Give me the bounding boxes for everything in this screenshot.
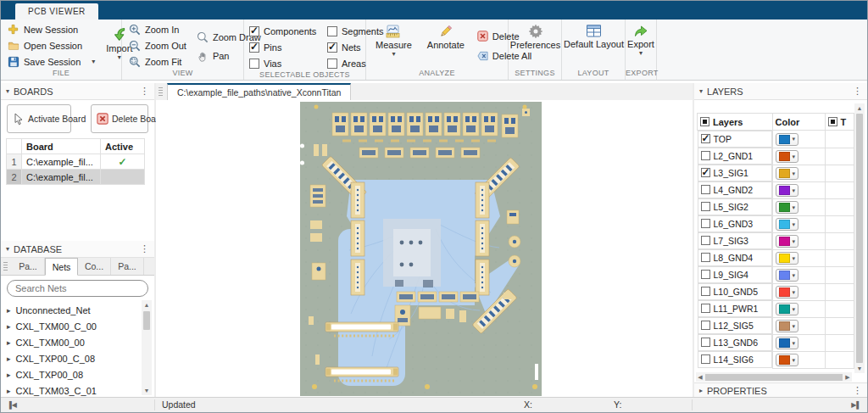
layers-select-all-checkbox[interactable] bbox=[700, 117, 709, 126]
checkbox-components[interactable]: Components bbox=[249, 24, 327, 38]
database-tab-1[interactable]: Nets bbox=[45, 258, 78, 276]
default-layout-button[interactable]: Default Layout bbox=[564, 22, 624, 69]
preferences-button[interactable]: Preferences bbox=[510, 22, 560, 69]
net-list-item[interactable]: ▸Unconnected_Net bbox=[7, 302, 154, 318]
expand-arrow-icon[interactable]: ▸ bbox=[7, 306, 11, 315]
layer-row[interactable]: L14_SIG6▾ bbox=[698, 351, 854, 368]
kebab-menu-icon[interactable]: ⋮ bbox=[853, 385, 862, 396]
layer-visibility-checkbox[interactable] bbox=[701, 338, 710, 347]
layer-row[interactable]: L2_GND1▾ bbox=[698, 148, 854, 165]
layer-row[interactable]: TOP▾ bbox=[698, 131, 854, 148]
layer-visibility-checkbox[interactable] bbox=[701, 321, 710, 330]
database-panel-header[interactable]: ▾ DATABASE ⋮ bbox=[1, 241, 154, 258]
layer-visibility-checkbox[interactable] bbox=[701, 134, 710, 143]
layer-row[interactable]: L4_GND2▾ bbox=[698, 181, 854, 198]
collapse-left-icon[interactable]: ▐◀ bbox=[7, 401, 17, 409]
database-tab-3[interactable]: Pa... bbox=[111, 258, 144, 275]
open-session-button[interactable]: Open Session bbox=[6, 38, 97, 53]
layer-row[interactable]: L13_GND6▾ bbox=[698, 334, 854, 351]
net-list-item[interactable]: ▸CXL_TXM03_C_01 bbox=[7, 382, 154, 398]
layer-color-dropdown[interactable]: ▾ bbox=[776, 320, 799, 332]
layer-color-dropdown[interactable]: ▾ bbox=[776, 354, 799, 366]
layers-horizontal-scrollbar[interactable]: ◀ ▶ bbox=[696, 372, 852, 382]
scroll-up-icon[interactable]: ▲ bbox=[144, 300, 150, 310]
layer-color-dropdown[interactable]: ▾ bbox=[776, 184, 799, 197]
layer-row[interactable]: L6_GND3▾ bbox=[698, 215, 854, 232]
delete-board-button[interactable]: Delete Board bbox=[91, 104, 148, 133]
board-table-row[interactable]: 2C:\example_fil... bbox=[7, 170, 145, 185]
scroll-thumb[interactable] bbox=[143, 311, 150, 330]
layer-row[interactable]: L11_PWR1▾ bbox=[698, 300, 854, 317]
save-session-button[interactable]: Save Session ▾ bbox=[6, 54, 97, 69]
layer-visibility-checkbox[interactable] bbox=[701, 219, 710, 228]
layer-color-dropdown[interactable]: ▾ bbox=[776, 201, 799, 214]
tab-pcb-viewer[interactable]: PCB VIEWER bbox=[15, 3, 98, 20]
layer-row[interactable]: L12_SIG5▾ bbox=[698, 317, 854, 334]
active-column-header[interactable]: Active bbox=[101, 139, 145, 154]
drag-grip-icon[interactable] bbox=[159, 87, 163, 97]
layer-color-dropdown[interactable]: ▾ bbox=[776, 269, 799, 282]
layer-color-dropdown[interactable]: ▾ bbox=[776, 252, 799, 265]
scroll-thumb[interactable] bbox=[856, 114, 863, 363]
layer-color-dropdown[interactable]: ▾ bbox=[776, 337, 799, 349]
layer-visibility-checkbox[interactable] bbox=[701, 270, 710, 279]
kebab-menu-icon[interactable]: ⋮ bbox=[853, 86, 862, 97]
layer-row[interactable]: L5_SIG2▾ bbox=[698, 198, 854, 215]
layer-visibility-checkbox[interactable] bbox=[701, 151, 710, 160]
kebab-menu-icon[interactable]: ⋮ bbox=[140, 86, 149, 97]
layer-visibility-checkbox[interactable] bbox=[701, 185, 710, 194]
scroll-down-icon[interactable]: ▼ bbox=[857, 364, 863, 373]
scroll-thumb[interactable] bbox=[705, 374, 843, 381]
layer-visibility-checkbox[interactable] bbox=[701, 168, 710, 177]
net-list-item[interactable]: ▸CXL_TXM00_C_00 bbox=[7, 318, 154, 334]
layer-row[interactable]: L3_SIG1▾ bbox=[698, 165, 854, 181]
boards-panel-header[interactable]: ▾ BOARDS ⋮ bbox=[1, 83, 154, 100]
kebab-menu-icon[interactable]: ⋮ bbox=[140, 243, 149, 254]
expand-arrow-icon[interactable]: ▸ bbox=[7, 371, 11, 379]
document-tab[interactable]: C:\example_file_paths\native_XconnTitan bbox=[167, 83, 351, 100]
layer-color-dropdown[interactable]: ▾ bbox=[776, 286, 799, 299]
zoom-out-button[interactable]: Zoom Out bbox=[127, 38, 188, 53]
expand-arrow-icon[interactable]: ▸ bbox=[7, 338, 11, 347]
new-session-button[interactable]: New Session bbox=[6, 22, 97, 36]
expand-arrow-icon[interactable]: ▸ bbox=[7, 322, 11, 331]
layer-color-dropdown[interactable]: ▾ bbox=[776, 167, 799, 180]
expand-arrow-icon[interactable]: ▸ bbox=[7, 387, 11, 395]
layer-visibility-checkbox[interactable] bbox=[701, 287, 710, 296]
layer-color-dropdown[interactable]: ▾ bbox=[776, 150, 799, 163]
board-table-row[interactable]: 1C:\example_fil...✓ bbox=[7, 154, 145, 170]
layer-row[interactable]: L10_GND5▾ bbox=[698, 283, 854, 300]
scroll-right-icon[interactable]: ▶ bbox=[843, 374, 852, 381]
collapse-right-icon[interactable]: ▶▌ bbox=[851, 401, 861, 409]
activate-board-button[interactable]: Activate Board bbox=[7, 104, 71, 133]
scroll-up-icon[interactable]: ▲ bbox=[857, 103, 863, 113]
zoom-fit-button[interactable]: Zoom Fit bbox=[127, 54, 188, 69]
extra-select-all-checkbox[interactable] bbox=[828, 117, 837, 126]
layer-row[interactable]: L8_GND4▾ bbox=[698, 249, 854, 266]
checkbox-vias[interactable]: Vias bbox=[249, 56, 327, 70]
collapse-arrow-icon[interactable]: ▾ bbox=[699, 87, 703, 95]
collapse-arrow-icon[interactable]: ▾ bbox=[6, 245, 9, 253]
layer-color-dropdown[interactable]: ▾ bbox=[776, 235, 799, 248]
database-tab-2[interactable]: Co... bbox=[78, 258, 111, 275]
save-dropdown-caret-icon[interactable]: ▾ bbox=[92, 58, 95, 65]
measure-button[interactable]: Measure ▾ bbox=[371, 22, 416, 69]
layer-visibility-checkbox[interactable] bbox=[701, 236, 710, 245]
layer-visibility-checkbox[interactable] bbox=[701, 354, 710, 364]
layer-visibility-checkbox[interactable] bbox=[701, 304, 710, 313]
net-list-item[interactable]: ▸CXL_TXP00_C_08 bbox=[7, 350, 154, 366]
checkbox-pins[interactable]: Pins bbox=[249, 40, 327, 54]
properties-panel-header[interactable]: ▸ PROPERTIES ⋮ bbox=[694, 382, 867, 398]
layer-visibility-checkbox[interactable] bbox=[701, 253, 710, 262]
collapse-arrow-icon[interactable]: ▾ bbox=[6, 87, 9, 95]
layer-color-dropdown[interactable]: ▾ bbox=[776, 218, 799, 231]
scroll-left-icon[interactable]: ◀ bbox=[696, 374, 704, 381]
scroll-down-icon[interactable]: ▼ bbox=[144, 386, 150, 395]
layer-color-dropdown[interactable]: ▾ bbox=[776, 133, 799, 146]
net-list-scrollbar[interactable]: ▲ ▼ bbox=[142, 300, 152, 395]
expand-arrow-icon[interactable]: ▸ bbox=[7, 354, 11, 363]
database-tab-0[interactable]: Pa... bbox=[12, 258, 45, 275]
layers-scrollbar[interactable]: ▲ ▼ bbox=[854, 103, 865, 373]
pcb-board-image[interactable] bbox=[300, 102, 542, 396]
export-button[interactable]: Export ▾ bbox=[627, 22, 654, 69]
